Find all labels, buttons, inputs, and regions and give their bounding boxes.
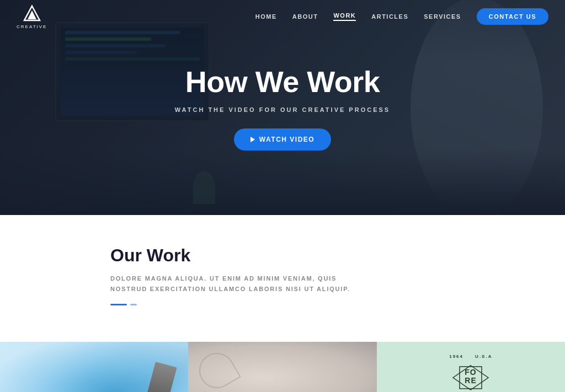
svg-text:FO: FO xyxy=(465,368,477,377)
nav-about[interactable]: ABOUT xyxy=(292,13,318,20)
main-content: Our Work DOLORE MAGNA ALIQUA. UT ENIM AD… xyxy=(0,215,565,342)
logo-text: CREATIVE xyxy=(17,24,47,29)
divider-long xyxy=(110,304,127,305)
divider-short xyxy=(130,304,137,305)
hero-subtitle: WATCH THE VIDEO FOR OUR CREATIVE PROCESS xyxy=(175,106,390,113)
contact-us-button[interactable]: CONTACT US xyxy=(477,8,548,25)
nav-links: HOME ABOUT WORK ARTICLES SERVICES CONTAC… xyxy=(255,8,548,25)
badge-diamond-svg: FO RE SINCE 1864 xyxy=(449,361,493,392)
badge-year-top: 1964 U.S.A xyxy=(449,354,493,359)
section-divider xyxy=(110,304,455,305)
logo-icon xyxy=(22,4,42,24)
portfolio-item-logo[interactable]: 1964 U.S.A FO RE SINCE 1864 xyxy=(377,342,565,392)
navbar: CREATIVE HOME ABOUT WORK ARTICLES SERVIC… xyxy=(0,0,565,33)
nav-articles[interactable]: ARTICLES xyxy=(371,13,408,20)
portfolio-badge: 1964 U.S.A FO RE SINCE 1864 xyxy=(449,354,493,392)
our-work-title: Our Work xyxy=(110,245,455,266)
portfolio-item-watercolor[interactable] xyxy=(0,342,188,392)
watch-video-label: WATCH VIDEO xyxy=(259,136,315,143)
hero-title: How We Work xyxy=(175,65,390,99)
nav-home[interactable]: HOME xyxy=(255,13,277,20)
site-logo[interactable]: CREATIVE xyxy=(17,4,47,29)
watch-video-button[interactable]: WATCH VIDEO xyxy=(234,128,331,151)
hero-content: How We Work WATCH THE VIDEO FOR OUR CREA… xyxy=(175,65,390,151)
nav-services[interactable]: SERVICES xyxy=(424,13,461,20)
portfolio-item-sketch[interactable] xyxy=(188,342,376,392)
our-work-description: DOLORE MAGNA ALIQUA. UT ENIM AD MINIM VE… xyxy=(110,273,353,294)
portfolio-grid: 1964 U.S.A FO RE SINCE 1864 xyxy=(0,342,565,392)
nav-work[interactable]: WORK xyxy=(333,12,356,21)
play-icon xyxy=(250,137,255,142)
svg-text:RE: RE xyxy=(465,376,477,385)
